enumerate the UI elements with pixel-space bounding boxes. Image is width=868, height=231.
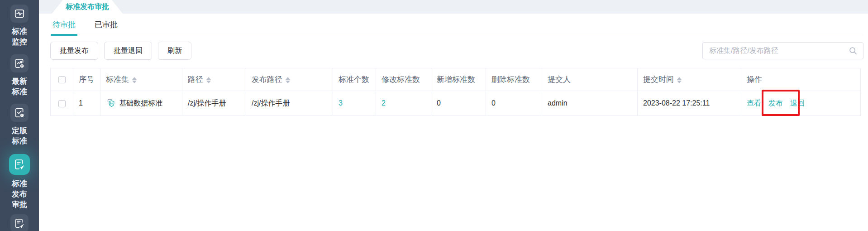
doc-send-icon [9,154,30,175]
column-header-actions: 操作 [741,68,861,91]
column-header-standard-set[interactable]: 标准集 [100,68,182,91]
sidebar: 标准 监控 最新 标准 定 [0,0,39,231]
sidebar-item-label: 发布 [12,189,27,199]
sub-tabs: 待审批 已审批 [50,14,863,36]
sidebar-item-label: 标准 [12,26,27,37]
batch-return-button[interactable]: 批量退回 [104,42,152,60]
sidebar-item-label: 定版 [12,125,27,136]
table-row: 1 标 基础数据标准 /zj/操作手册 /zj/操作手册 [51,91,861,116]
cell-deleted-count: 0 [486,91,542,116]
column-header-path[interactable]: 路径 [182,68,246,91]
sidebar-item-label: 审批 [12,199,27,210]
batch-publish-button[interactable]: 批量发布 [50,42,98,60]
toolbar: 批量发布 批量退回 刷新 [50,42,863,60]
cell-publish-path: /zj/操作手册 [246,91,333,116]
cell-seq: 1 [73,91,100,116]
sidebar-item-label: 最新 [12,76,27,87]
row-checkbox[interactable] [58,100,66,107]
cell-standard-set: 标 基础数据标准 [100,91,182,116]
cell-standard-count: 3 [333,91,376,116]
publish-action-link[interactable]: 发布 [768,99,783,107]
sidebar-item-mapping[interactable]: 映射 [0,214,39,231]
doc-check-gear-icon [10,104,29,122]
column-header-submit-time[interactable]: 提交时间 [638,68,741,91]
sidebar-item-label: 标准 [12,178,27,189]
refresh-button[interactable]: 刷新 [158,42,191,60]
sidebar-item-latest-standard[interactable]: 最新 标准 [0,54,39,97]
sort-caret-icon[interactable] [677,77,682,83]
main-area: 标准发布审批 待审批 已审批 批量发布 批量退回 刷新 [39,0,868,231]
column-header-submitter: 提交人 [542,68,638,91]
search-box [702,42,863,59]
monitor-pulse-icon [10,5,29,23]
sidebar-item-finalized-standard[interactable]: 定版 标准 [0,104,39,146]
view-action-link[interactable]: 查看 [747,99,761,107]
cell-submitter: admin [542,91,638,116]
sidebar-item-label: 标准 [12,136,27,146]
column-header-publish-path[interactable]: 发布路径 [246,68,333,91]
standard-count-link[interactable]: 3 [339,99,343,107]
search-icon[interactable] [848,46,858,56]
select-all-checkbox[interactable] [58,76,66,83]
column-header-modified-count: 修改标准数 [376,68,431,91]
table-header-row: 序号 标准集 路径 发布路径 标准个数 修改标准数 新增标准数 删除标准数 提交… [51,68,861,91]
sidebar-item-standard-monitor[interactable]: 标准 监控 [0,5,39,47]
column-header-added-count: 新增标准数 [431,68,486,91]
sort-caret-icon[interactable] [286,77,290,83]
doc-send-icon [10,214,29,231]
cell-actions: 查看发布退回 [741,91,861,116]
column-header-seq: 序号 [73,68,100,91]
sidebar-item-label: 标准 [12,87,27,97]
column-header-deleted-count: 删除标准数 [486,68,542,91]
standard-set-badge-icon: 标 [106,98,116,108]
content-panel: 待审批 已审批 批量发布 批量退回 刷新 [39,14,868,116]
cell-added-count: 0 [431,91,486,116]
sort-caret-icon[interactable] [132,77,137,83]
cell-submit-time: 2023-08-22 17:25:11 [638,91,741,116]
svg-text:标: 标 [110,101,114,106]
doc-trend-gear-icon [10,54,29,72]
modified-count-link[interactable]: 2 [382,99,386,107]
sort-caret-icon[interactable] [206,77,211,83]
search-input[interactable] [702,42,863,59]
subtab-pending-approval[interactable]: 待审批 [51,14,77,36]
sidebar-item-standard-publish-approval[interactable]: 标准 发布 审批 [0,154,39,210]
cell-modified-count: 2 [376,91,431,116]
return-action-link[interactable]: 退回 [790,99,805,107]
tab-standard-publish-approval[interactable]: 标准发布审批 [52,0,123,14]
cell-path: /zj/操作手册 [182,91,246,116]
subtab-approved[interactable]: 已审批 [93,14,119,36]
sidebar-item-label: 监控 [12,37,27,47]
column-header-standard-count: 标准个数 [333,68,376,91]
approval-table: 序号 标准集 路径 发布路径 标准个数 修改标准数 新增标准数 删除标准数 提交… [50,68,861,116]
tab-strip: 标准发布审批 [39,0,868,14]
